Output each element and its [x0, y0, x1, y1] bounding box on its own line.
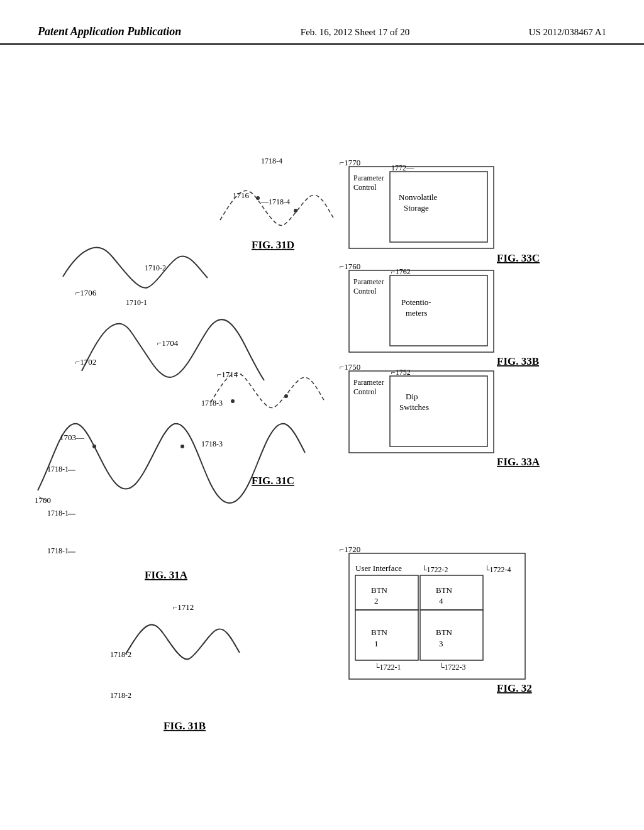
- btn2-num: 2: [374, 596, 379, 606]
- dot-1703b: [180, 445, 184, 448]
- patent-page: Patent Application Publication Feb. 16, …: [0, 0, 644, 830]
- label-1718-2a: 1718-2: [110, 650, 131, 659]
- dot-31c-2: [284, 394, 288, 398]
- fig-31b-label: FIG. 31B: [164, 720, 206, 732]
- btn3-label: BTN: [436, 628, 453, 637]
- dot-31d-1: [256, 196, 260, 200]
- fig-31c-label: FIG. 31C: [252, 475, 294, 487]
- label-1718-2b: 1718-2: [110, 691, 131, 700]
- btn1-num: 1: [374, 639, 379, 648]
- potentiometers-box: [390, 275, 487, 346]
- label-1718-1c: 1718-1: [47, 546, 69, 555]
- label-1710-2: 1710-2: [145, 263, 166, 272]
- label-1770: ⌐1770: [340, 158, 360, 167]
- label-1722-4: └1722-4: [484, 565, 511, 574]
- fig-33c-label: FIG. 33C: [497, 252, 540, 264]
- label-1760: ⌐1760: [340, 262, 360, 271]
- label-1720: ⌐1720: [340, 545, 360, 554]
- param-control-33a-2: Control: [353, 387, 377, 396]
- label-1722-2: └1722-2: [421, 565, 448, 574]
- header-date-sheet: Feb. 16, 2012 Sheet 17 of 20: [301, 27, 409, 38]
- fig-31d-label: FIG. 31D: [252, 239, 294, 251]
- btn1-label: BTN: [371, 628, 388, 637]
- nonvolatile-label: Nonvolatile: [399, 192, 438, 202]
- diagrams-svg: 1700 ⌐1702 1703— ⌐1704 ⌐1706 1718-1 1718…: [0, 63, 644, 830]
- label-1718-1b: 1718-1: [47, 509, 69, 517]
- param-control-33b-2: Control: [353, 287, 377, 296]
- dot-1703: [92, 445, 96, 448]
- label-1718-4b: —1718-4: [260, 197, 290, 206]
- label-1718-3a: 1718-3: [201, 399, 223, 407]
- btn3-num: 3: [439, 639, 443, 648]
- potentiometers-label: Potentio-: [401, 297, 431, 307]
- btn4-label: BTN: [436, 585, 453, 595]
- btn4-num: 4: [439, 596, 443, 606]
- user-interface-label: User Interface: [355, 563, 402, 573]
- fig-32-label: FIG. 32: [497, 682, 532, 694]
- label-1700: 1700: [35, 495, 51, 505]
- label-1704: ⌐1704: [157, 338, 179, 348]
- label-1710-1: 1710-1: [126, 298, 147, 307]
- wave-31b-solid: [126, 624, 240, 659]
- potentiometers-label2: meters: [406, 308, 428, 318]
- label-1722-3: └1722-3: [439, 663, 466, 672]
- btn2-label: BTN: [371, 585, 388, 595]
- dip-switches-label2: Switches: [399, 402, 429, 412]
- main-content: 1700 ⌐1702 1703— ⌐1704 ⌐1706 1718-1 1718…: [0, 63, 644, 830]
- label-1762: ⌐1762: [391, 267, 411, 276]
- label-1706: ⌐1706: [75, 288, 97, 297]
- param-control-33a: Parameter: [353, 378, 384, 387]
- param-control-33c: Parameter: [353, 174, 384, 182]
- wave-1706: [63, 247, 208, 287]
- dot-31c-1: [231, 399, 235, 403]
- fig-31a-label: FIG. 31A: [145, 569, 188, 581]
- label-1752: ⌐1752: [391, 368, 411, 377]
- label-1712: ⌐1712: [173, 602, 194, 612]
- dip-switches-label: Dip: [406, 392, 418, 401]
- label-1718-4a: 1718-4: [261, 157, 282, 165]
- page-header: Patent Application Publication Feb. 16, …: [0, 25, 644, 45]
- label-1722-1: └1722-1: [374, 663, 401, 672]
- label-1703: 1703—: [60, 433, 85, 442]
- label-1718-3b: 1718-3: [201, 440, 223, 448]
- label-1718-1a: 1718-1: [47, 465, 69, 473]
- fig-33a-label: FIG. 33A: [497, 456, 540, 468]
- header-patent-number: US 2012/038467 A1: [529, 27, 606, 38]
- label-1714: ⌐1714: [217, 370, 238, 379]
- label-1772: 1772—: [391, 163, 414, 172]
- param-control-33b: Parameter: [353, 277, 384, 286]
- nonvolatile-label2: Storage: [404, 203, 429, 213]
- label-1750: ⌐1750: [340, 362, 360, 372]
- fig-33b-label: FIG. 33B: [497, 355, 539, 367]
- header-title: Patent Application Publication: [38, 25, 181, 38]
- param-control-33c-2: Control: [353, 183, 377, 192]
- label-1702: ⌐1702: [75, 357, 96, 367]
- dot-31d-2: [294, 209, 297, 213]
